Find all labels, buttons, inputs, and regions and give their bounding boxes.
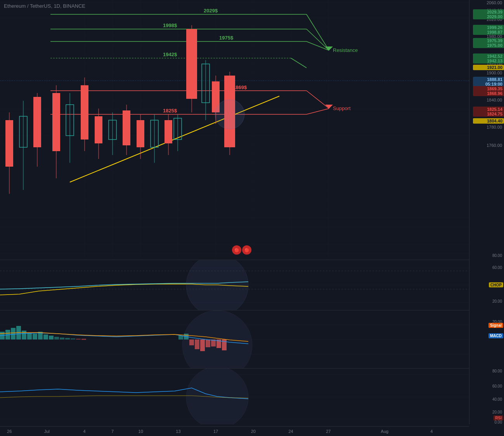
time-axis: 26 Jul 4 7 10 13 17 20 24 27 Aug 4 (0, 426, 469, 436)
svg-rect-85 (137, 120, 144, 147)
rsi-axis: 80.00 60.00 40.00 20.00 0.00 RSI (469, 368, 504, 424)
svg-point-148 (186, 369, 248, 424)
time-label-26: 26 (7, 429, 12, 434)
rsi-panel (0, 368, 469, 424)
svg-rect-71 (33, 97, 41, 147)
time-label-17: 17 (213, 429, 218, 434)
svg-rect-129 (71, 338, 75, 339)
price-label-1780: 1780.00 (487, 125, 502, 129)
macd-svg (0, 310, 469, 368)
price-label-bottom: 80.00 (492, 253, 502, 258)
svg-rect-79 (95, 116, 102, 143)
time-label-jul: Jul (44, 429, 50, 434)
macd-axis: 20.00 Signal MACD (469, 310, 504, 368)
price-tag-1825: 1825.141824.75 (473, 107, 504, 117)
svg-text:Support: Support (333, 105, 351, 111)
main-chart[interactable]: Resistance Support 2029$ 1998$ 1975$ 194… (0, 0, 469, 260)
chart-title: Ethereum / TetherUS, 1D, BINANCE (4, 3, 85, 9)
chop-badge: CHOP (489, 283, 503, 288)
signal-badge: Signal (488, 323, 503, 328)
chop-level-60: 60.00 (492, 265, 502, 269)
price-tag-1942: 1942.521942.13 (473, 53, 504, 64)
time-label-4b: 4 (430, 429, 433, 434)
price-label-2060: 2060.00 (487, 0, 502, 5)
svg-text:🔴: 🔴 (234, 248, 239, 253)
time-label-10: 10 (139, 429, 143, 434)
rsi-level-80: 80.00 (492, 369, 502, 373)
svg-rect-121 (27, 333, 32, 339)
svg-rect-77 (81, 85, 88, 140)
time-label-7: 7 (111, 429, 114, 434)
time-label-24: 24 (288, 429, 293, 434)
svg-rect-131 (81, 339, 86, 340)
svg-rect-130 (76, 339, 81, 339)
rsi-svg (0, 369, 469, 424)
price-label-1840: 1840.00 (487, 98, 502, 102)
chop-axis: 60.00 40.00 20.00 CHOP (469, 260, 504, 310)
price-tag-current: 1888.8105:19:00 (473, 77, 504, 87)
svg-rect-83 (123, 110, 130, 145)
svg-rect-132 (178, 336, 183, 339)
rsi-level-0: 0.00 (495, 420, 502, 424)
chart-header: Ethereum / TetherUS, 1D, BINANCE (4, 3, 85, 9)
svg-text:1975$: 1975$ (219, 35, 234, 41)
svg-rect-124 (43, 334, 48, 339)
price-tag-1869: 1869.351868.96 (473, 86, 504, 96)
price-tag-2029: 2029.392029.00 (473, 9, 504, 19)
time-label-27: 27 (326, 429, 331, 434)
time-label-aug: Aug (381, 429, 389, 434)
svg-rect-118 (11, 328, 16, 339)
price-label-1900: 1900.00 (487, 71, 502, 75)
macd-badge: MACD (488, 333, 503, 338)
price-tag-1804: 1804.40 (473, 118, 504, 124)
svg-rect-89 (165, 120, 172, 143)
time-label-4: 4 (83, 429, 86, 434)
svg-rect-126 (54, 337, 59, 339)
svg-point-111 (186, 260, 248, 310)
macd-panel (0, 310, 469, 368)
svg-rect-128 (65, 338, 70, 339)
chop-level-20: 20.00 (492, 299, 502, 303)
time-label-20: 20 (251, 429, 256, 434)
chop-panel (0, 260, 469, 310)
price-tag-1975: 1975.391975.00 (473, 38, 504, 48)
price-label-1760: 1760.00 (487, 143, 502, 148)
svg-rect-127 (60, 338, 64, 339)
time-label-13: 13 (176, 429, 180, 434)
svg-text:🔴: 🔴 (244, 248, 249, 253)
chop-svg (0, 260, 469, 310)
svg-point-100 (215, 100, 244, 129)
svg-text:Resistance: Resistance (333, 47, 358, 53)
price-tag-1921: 1921.00 (473, 65, 504, 70)
svg-rect-120 (22, 331, 26, 339)
svg-rect-67 (5, 120, 13, 167)
svg-text:2029$: 2029$ (204, 8, 218, 14)
svg-text:1825$: 1825$ (163, 108, 177, 114)
svg-rect-93 (186, 29, 197, 99)
svg-rect-73 (52, 93, 60, 151)
svg-text:1998$: 1998$ (163, 22, 177, 28)
rsi-badge: RSI (494, 415, 503, 420)
main-chart-svg: Resistance Support 2029$ 1998$ 1975$ 194… (0, 0, 469, 260)
price-axis: 2060.00 2040.00 2020.00 1980.00 1960.00 … (469, 0, 504, 260)
rsi-level-40: 40.00 (492, 397, 502, 401)
rsi-level-60: 60.00 (492, 384, 502, 388)
svg-rect-122 (33, 334, 37, 339)
rsi-level-20: 20.00 (492, 410, 502, 414)
chart-container: Ethereum / TetherUS, 1D, BINANCE (0, 0, 504, 436)
svg-rect-125 (49, 336, 54, 339)
price-tag-1999: 1999.261998.87 (473, 25, 504, 35)
svg-text:1942$: 1942$ (163, 52, 177, 57)
